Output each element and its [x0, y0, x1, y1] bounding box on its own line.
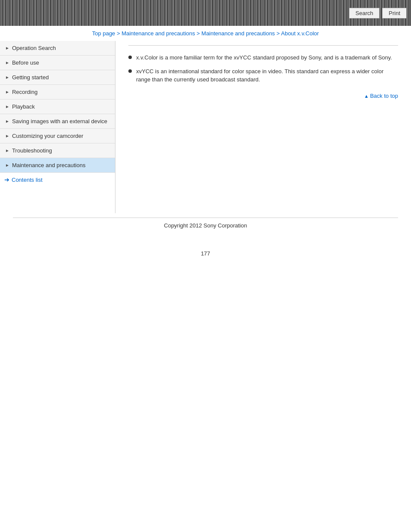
sidebar-item-operation-search[interactable]: ► Operation Search	[0, 41, 115, 56]
sidebar-item-label: Playback	[12, 103, 35, 110]
list-item: x.v.Color is a more familiar term for th…	[128, 53, 398, 62]
contents-list-link[interactable]: ➔ Contents list	[0, 173, 115, 187]
sidebar-item-before-use[interactable]: ► Before use	[0, 56, 115, 70]
copyright: Copyright 2012 Sony Corporation	[0, 218, 411, 237]
chevron-right-icon: ►	[5, 104, 9, 109]
chevron-right-icon: ►	[5, 60, 9, 65]
chevron-right-icon: ►	[5, 134, 9, 138]
sidebar-item-recording[interactable]: ► Recording	[0, 85, 115, 100]
sidebar-item-label: Before use	[12, 59, 39, 66]
breadcrumb-current: About x.v.Color	[281, 30, 319, 37]
sidebar-item-troubleshooting[interactable]: ► Troubleshooting	[0, 143, 115, 158]
main-content: x.v.Color is a more familiar term for th…	[115, 41, 411, 116]
bullet-icon	[128, 69, 132, 73]
bullet-icon	[128, 56, 132, 59]
list-item: xvYCC is an international standard for c…	[128, 67, 398, 84]
page-number: 177	[0, 237, 411, 261]
chevron-right-icon: ►	[5, 46, 9, 50]
header: Search Print	[0, 0, 411, 26]
back-to-top-link[interactable]: ▲Back to top	[364, 93, 398, 99]
arrow-right-icon: ➔	[4, 176, 9, 183]
sidebar-item-label: Recording	[12, 89, 37, 95]
content-divider	[128, 45, 398, 46]
sidebar-item-label: Operation Search	[12, 45, 56, 51]
bullet-list: x.v.Color is a more familiar term for th…	[128, 53, 398, 84]
sidebar-item-saving-images[interactable]: ► Saving images with an external device	[0, 114, 115, 129]
sidebar-item-playback[interactable]: ► Playback	[0, 100, 115, 114]
sidebar-item-label: Troubleshooting	[12, 147, 52, 154]
chevron-right-icon: ►	[5, 119, 9, 124]
chevron-right-icon: ►	[5, 148, 9, 153]
back-to-top: ▲Back to top	[128, 93, 398, 99]
contents-list-label: Contents list	[12, 177, 43, 183]
bullet-text: xvYCC is an international standard for c…	[136, 67, 398, 84]
print-button[interactable]: Print	[382, 8, 407, 19]
breadcrumb-section2[interactable]: Maintenance and precautions	[202, 30, 275, 37]
search-button[interactable]: Search	[349, 8, 380, 19]
sidebar-item-maintenance[interactable]: ► Maintenance and precautions	[0, 158, 115, 173]
bullet-text: x.v.Color is a more familiar term for th…	[136, 53, 392, 62]
page-layout: ► Operation Search ► Before use ► Gettin…	[0, 41, 411, 213]
sidebar-item-label: Getting started	[12, 74, 49, 81]
sidebar-item-getting-started[interactable]: ► Getting started	[0, 70, 115, 85]
sidebar: ► Operation Search ► Before use ► Gettin…	[0, 41, 115, 213]
sidebar-item-customizing[interactable]: ► Customizing your camcorder	[0, 129, 115, 143]
chevron-right-icon: ►	[5, 90, 9, 94]
breadcrumb-section1[interactable]: Maintenance and precautions	[121, 30, 195, 37]
breadcrumb: Top page > Maintenance and precautions >…	[0, 26, 411, 41]
breadcrumb-top-page[interactable]: Top page	[92, 30, 115, 37]
chevron-right-icon: ►	[5, 75, 9, 80]
sidebar-item-label: Maintenance and precautions	[12, 162, 86, 168]
sidebar-item-label: Saving images with an external device	[12, 118, 107, 124]
chevron-right-icon: ►	[5, 163, 9, 168]
triangle-up-icon: ▲	[364, 93, 369, 99]
sidebar-item-label: Customizing your camcorder	[12, 133, 83, 139]
